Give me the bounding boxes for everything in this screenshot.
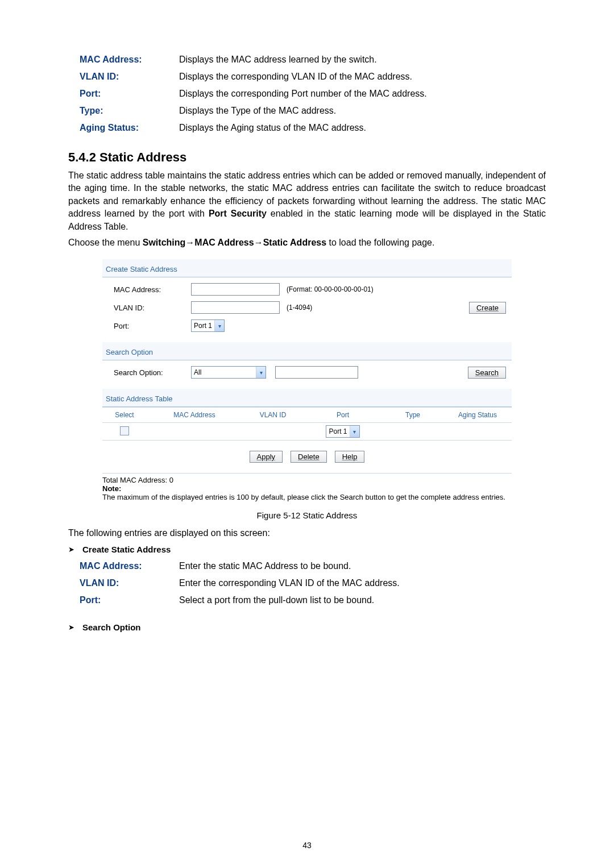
bullet-label: Search Option — [82, 622, 141, 632]
def-desc: Displays the corresponding Port number o… — [179, 89, 427, 99]
menu-outro: to load the following page. — [326, 238, 434, 247]
th-aging: Aging Status — [443, 408, 512, 423]
def-desc: Enter the corresponding VLAN ID of the M… — [179, 578, 400, 588]
chevron-down-icon: ▾ — [214, 320, 224, 331]
def-term: VLAN ID: — [80, 578, 179, 588]
search-option-value: All — [192, 368, 256, 376]
def-desc: Displays the Type of the MAC address. — [179, 106, 336, 116]
panel-create-body: MAC Address: (Format: 00-00-00-00-00-01)… — [102, 277, 512, 342]
figure-caption: Figure 5-12 Static Address — [68, 510, 546, 520]
def-row: MAC Address: Enter the static MAC Addres… — [80, 558, 546, 575]
def-term: Type: — [80, 106, 179, 116]
port-label: Port: — [114, 322, 188, 330]
def-desc: Displays the corresponding VLAN ID of th… — [179, 72, 412, 82]
triangle-bullet-icon: ➤ — [68, 545, 74, 554]
action-button-row: Apply Delete Help — [102, 441, 512, 474]
menu-part-3: Static Address — [263, 238, 326, 247]
menu-intro: Choose the menu — [68, 238, 143, 247]
definition-list-prev: MAC Address: Displays the MAC address le… — [80, 51, 546, 136]
th-port: Port — [304, 408, 382, 423]
apply-button[interactable]: Apply — [250, 451, 283, 463]
arrow-icon — [254, 238, 263, 247]
row-port-value: Port 1 — [326, 427, 349, 435]
page-number: 43 — [0, 841, 614, 850]
def-row: Aging Status: Displays the Aging status … — [80, 119, 546, 136]
row-vlan: VLAN ID: (1-4094) Create — [114, 301, 506, 314]
def-term: MAC Address: — [80, 561, 179, 571]
table-header-row: Select MAC Address VLAN ID Port Type Agi… — [102, 408, 512, 423]
delete-button[interactable]: Delete — [291, 451, 327, 463]
bullet-search-option: ➤ Search Option — [68, 622, 546, 632]
def-term: MAC Address: — [80, 55, 179, 65]
arrow-icon — [185, 238, 194, 247]
row-search: Search Option: All ▾ Search — [114, 366, 506, 379]
chevron-down-icon: ▾ — [256, 367, 265, 378]
create-button[interactable]: Create — [469, 302, 506, 314]
mac-label: MAC Address: — [114, 285, 188, 294]
note-heading: Note: — [102, 484, 512, 493]
vlan-label: VLAN ID: — [114, 304, 188, 312]
port-select-value: Port 1 — [192, 322, 214, 330]
help-button[interactable]: Help — [335, 451, 365, 463]
bullet-create-static-address: ➤ Create Static Address — [68, 545, 546, 554]
total-count: Total MAC Address: 0 — [102, 476, 512, 484]
def-row: Port: Displays the corresponding Port nu… — [80, 85, 546, 102]
menu-path: Choose the menu SwitchingMAC AddressStat… — [68, 236, 546, 249]
th-vlan: VLAN ID — [242, 408, 304, 423]
panel-search-body: Search Option: All ▾ Search — [102, 360, 512, 389]
definition-list-create: MAC Address: Enter the static MAC Addres… — [80, 558, 546, 609]
search-input[interactable] — [275, 366, 358, 379]
th-select: Select — [102, 408, 147, 423]
static-address-table: Select MAC Address VLAN ID Port Type Agi… — [102, 407, 512, 441]
section-heading: 5.4.2 Static Address — [68, 150, 546, 165]
panel-table-title: Static Address Table — [102, 389, 512, 407]
chevron-down-icon: ▾ — [350, 426, 359, 437]
def-row: MAC Address: Displays the MAC address le… — [80, 51, 546, 68]
def-row: VLAN ID: Enter the corresponding VLAN ID… — [80, 575, 546, 592]
def-term: Port: — [80, 89, 179, 99]
row-port: Port: Port 1 ▾ — [114, 319, 506, 332]
search-button[interactable]: Search — [468, 367, 506, 379]
paragraph-intro: The static address table maintains the s… — [68, 169, 546, 233]
def-term: VLAN ID: — [80, 72, 179, 82]
menu-part-1: Switching — [143, 238, 186, 247]
def-desc: Displays the MAC address learned by the … — [179, 55, 377, 65]
def-row: Port: Select a port from the pull-down l… — [80, 592, 546, 609]
def-term: Aging Status: — [80, 123, 179, 133]
para1-bold: Port Security — [209, 209, 267, 218]
vlan-input[interactable] — [191, 301, 280, 314]
figure-ui-panel: Create Static Address MAC Address: (Form… — [102, 259, 512, 474]
menu-part-2: MAC Address — [194, 238, 254, 247]
mac-hint: (Format: 00-00-00-00-00-01) — [287, 285, 374, 293]
entries-intro: The following entries are displayed on t… — [68, 527, 546, 539]
panel-search-title: Search Option — [102, 342, 512, 360]
note-text: The maximum of the displayed entries is … — [102, 493, 512, 501]
panel-create-title: Create Static Address — [102, 259, 512, 277]
row-mac: MAC Address: (Format: 00-00-00-00-00-01) — [114, 283, 506, 296]
port-select[interactable]: Port 1 ▾ — [191, 319, 225, 332]
vlan-hint: (1-4094) — [287, 304, 312, 312]
search-label: Search Option: — [114, 368, 188, 377]
th-type: Type — [382, 408, 443, 423]
def-row: VLAN ID: Displays the corresponding VLAN… — [80, 68, 546, 85]
bullet-label: Create Static Address — [82, 545, 171, 554]
row-checkbox[interactable] — [120, 426, 129, 435]
def-desc: Displays the Aging status of the MAC add… — [179, 123, 366, 133]
def-desc: Enter the static MAC Address to be bound… — [179, 561, 351, 571]
table-row: Port 1 ▾ — [102, 423, 512, 441]
figure-note-area: Total MAC Address: 0 Note: The maximum o… — [102, 476, 512, 501]
def-term: Port: — [80, 595, 179, 605]
search-option-select[interactable]: All ▾ — [191, 366, 266, 379]
mac-input[interactable] — [191, 283, 280, 296]
row-port-select[interactable]: Port 1 ▾ — [326, 425, 359, 438]
th-mac: MAC Address — [147, 408, 242, 423]
def-desc: Select a port from the pull-down list to… — [179, 595, 374, 605]
triangle-bullet-icon: ➤ — [68, 623, 74, 632]
def-row: Type: Displays the Type of the MAC addre… — [80, 102, 546, 119]
